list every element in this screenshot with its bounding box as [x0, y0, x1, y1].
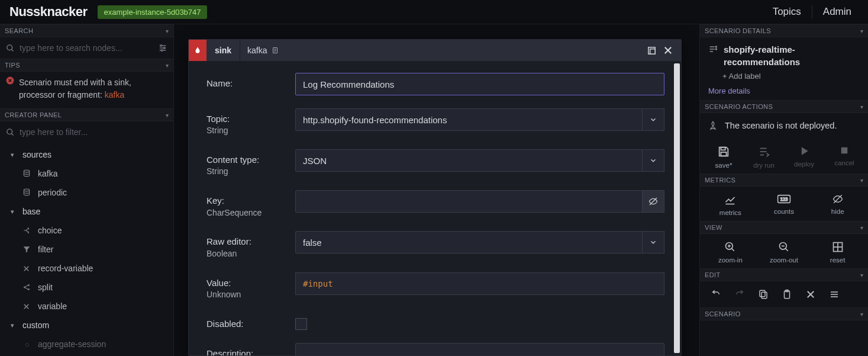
tree-group-base[interactable]: ▾ base — [0, 202, 173, 221]
svg-line-1 — [11, 49, 13, 51]
caret-down-icon: ▾ — [860, 28, 863, 34]
add-label-link[interactable]: + Add label — [700, 70, 868, 85]
topic-input[interactable] — [295, 108, 643, 131]
breadcrumb-sink[interactable]: sink — [206, 40, 240, 61]
close-button[interactable] — [660, 42, 676, 59]
more-details-link[interactable]: More details — [700, 85, 868, 100]
action-label: reset — [830, 256, 846, 264]
metrics-action[interactable]: metrics — [704, 190, 757, 220]
field-type-content-type: String — [206, 166, 295, 177]
tree-item-label: record-variable — [38, 264, 93, 273]
menu-button[interactable] — [825, 287, 843, 302]
zoom-out-icon — [778, 241, 790, 253]
key-input[interactable] — [295, 190, 643, 213]
tree-item-choice[interactable]: choice — [0, 221, 173, 240]
zoom-out-action[interactable]: zoom-out — [757, 238, 811, 267]
tree-group-custom[interactable]: ▾ custom — [0, 316, 173, 335]
value-expression-input[interactable]: #input — [295, 272, 664, 295]
delete-button[interactable] — [802, 287, 819, 302]
breadcrumb-kafka[interactable]: kafka — [240, 40, 286, 61]
tree-item-kafka[interactable]: kafka — [0, 164, 173, 183]
scenario-header[interactable]: SCENARIO ▾ — [700, 307, 868, 320]
left-panel: SEARCH ▾ TIPS ▾ Scenario must end with a… — [0, 24, 174, 356]
panel-header-label: EDIT — [705, 271, 721, 278]
svg-point-5 — [160, 45, 162, 47]
counts-action[interactable]: 123 counts — [757, 190, 811, 220]
panel-header-label: SCENARIO ACTIONS — [705, 103, 773, 110]
content-type-input[interactable] — [295, 149, 643, 172]
tips-header-label: TIPS — [5, 62, 20, 69]
tree-item-filter[interactable]: filter — [0, 240, 173, 259]
scenario-details-header[interactable]: SCENARIO DETAILS ▾ — [700, 24, 868, 37]
play-icon — [798, 145, 810, 157]
svg-rect-38 — [841, 147, 848, 154]
split-icon — [22, 283, 32, 291]
edit-header[interactable]: EDIT ▾ — [700, 268, 868, 281]
sink-icon — [189, 40, 206, 61]
view-header[interactable]: VIEW ▾ — [700, 221, 868, 234]
tips-keyword[interactable]: kafka — [105, 90, 124, 100]
copy-button[interactable] — [754, 287, 772, 302]
save-action[interactable]: save* — [704, 142, 744, 172]
description-input[interactable] — [295, 343, 664, 355]
undo-button[interactable] — [707, 287, 725, 302]
disabled-checkbox[interactable] — [295, 318, 307, 330]
grid-icon — [832, 241, 844, 253]
tree-item-aggregate-session[interactable]: ○ aggregate-session — [0, 335, 173, 354]
paste-button[interactable] — [778, 287, 796, 302]
key-toggle-button[interactable] — [642, 190, 664, 213]
modal-body: Name: Topic: String — [189, 61, 681, 355]
redo-button[interactable] — [731, 287, 748, 302]
tree-item-periodic[interactable]: periodic — [0, 183, 173, 202]
node-modal: sink kafka Name: — [188, 39, 682, 356]
scenario-name[interactable]: shopify-realtime-recommendations — [724, 43, 860, 68]
chart-icon — [724, 194, 737, 206]
tips-header[interactable]: TIPS ▾ — [0, 59, 173, 72]
save-icon — [717, 145, 730, 158]
search-header[interactable]: SEARCH ▾ — [0, 24, 173, 37]
action-label: dry run — [753, 162, 775, 169]
cancel-action[interactable]: cancel — [824, 142, 864, 172]
nav-topics[interactable]: Topics — [762, 6, 812, 18]
deploy-action[interactable]: deploy — [784, 142, 824, 172]
instance-chip: example-instance-5d03b747 — [98, 5, 206, 19]
counts-icon: 123 — [777, 194, 791, 204]
caret-down-icon: ▾ — [166, 112, 169, 118]
raw-editor-dropdown-button[interactable] — [642, 231, 664, 254]
scenario-icon — [708, 43, 718, 68]
nav-admin[interactable]: Admin — [812, 6, 862, 18]
stop-icon — [839, 145, 850, 156]
canvas-area[interactable]: sink kafka Name: — [174, 24, 699, 356]
tree-group-sources[interactable]: ▾ sources — [0, 145, 173, 164]
zoom-in-action[interactable]: zoom-in — [704, 238, 757, 267]
hide-action[interactable]: hide — [811, 190, 864, 220]
tree-item-label: filter — [38, 245, 53, 254]
dry-run-action[interactable]: dry run — [744, 142, 784, 172]
name-input[interactable] — [295, 73, 664, 95]
tree-group-label: base — [22, 207, 40, 216]
error-icon — [6, 76, 14, 101]
creator-filter-input[interactable] — [20, 127, 167, 137]
sliders-icon[interactable] — [158, 43, 167, 53]
reset-view-action[interactable]: reset — [811, 238, 864, 267]
raw-editor-input[interactable] — [295, 231, 643, 254]
scenario-actions-header[interactable]: SCENARIO ACTIONS ▾ — [700, 100, 868, 113]
caret-down-icon: ▾ — [860, 272, 863, 278]
content-type-dropdown-button[interactable] — [642, 149, 664, 172]
tree-item-split[interactable]: split — [0, 278, 173, 297]
tree-item-record-variable[interactable]: record-variable — [0, 259, 173, 278]
modal-scrollbar[interactable] — [674, 63, 680, 353]
field-label-description: Description: — [206, 348, 253, 355]
node-search-input[interactable] — [20, 43, 153, 53]
metrics-header[interactable]: METRICS ▾ — [700, 174, 868, 187]
caret-down-icon: ▾ — [860, 177, 863, 184]
maximize-button[interactable] — [643, 42, 660, 59]
svg-point-11 — [7, 129, 12, 134]
topic-dropdown-button[interactable] — [642, 108, 664, 131]
tree-item-variable[interactable]: variable — [0, 297, 173, 316]
tree-item-label: choice — [38, 226, 62, 235]
svg-rect-53 — [760, 290, 765, 297]
search-header-label: SEARCH — [5, 27, 33, 34]
right-panel: SCENARIO DETAILS ▾ shopify-realtime-reco… — [699, 24, 868, 356]
creator-panel-header[interactable]: CREATOR PANEL ▾ — [0, 108, 173, 121]
